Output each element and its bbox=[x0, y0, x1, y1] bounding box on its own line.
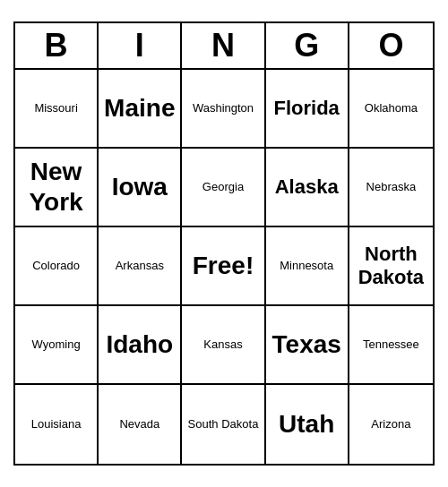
bingo-cell: Colorado bbox=[15, 227, 99, 306]
bingo-cell: Free! bbox=[182, 227, 265, 306]
bingo-cell: Alaska bbox=[266, 149, 349, 227]
bingo-cell: Washington bbox=[182, 70, 265, 149]
bingo-card: BINGO MissouriMaineWashingtonFloridaOkla… bbox=[13, 21, 435, 466]
bingo-cell: Georgia bbox=[182, 149, 265, 227]
bingo-cell: Louisiana bbox=[15, 385, 99, 464]
header-letter: I bbox=[99, 23, 182, 68]
bingo-cell: Minnesota bbox=[266, 227, 349, 306]
bingo-cell: South Dakota bbox=[182, 385, 265, 464]
header-letter: O bbox=[349, 23, 433, 68]
header-letter: B bbox=[15, 23, 99, 68]
bingo-cell: Iowa bbox=[99, 149, 182, 227]
bingo-cell: Nebraska bbox=[349, 149, 433, 227]
bingo-cell: New York bbox=[15, 149, 99, 227]
bingo-cell: Wyoming bbox=[15, 306, 99, 385]
bingo-cell: Oklahoma bbox=[349, 70, 433, 149]
bingo-cell: Idaho bbox=[99, 306, 182, 385]
bingo-cell: Nevada bbox=[99, 385, 182, 464]
bingo-cell: Florida bbox=[266, 70, 349, 149]
bingo-header: BINGO bbox=[15, 23, 433, 70]
header-letter: N bbox=[182, 23, 265, 68]
bingo-cell: Utah bbox=[266, 385, 349, 464]
bingo-cell: Kansas bbox=[182, 306, 265, 385]
bingo-cell: Arkansas bbox=[99, 227, 182, 306]
bingo-cell: Texas bbox=[266, 306, 349, 385]
bingo-cell: Arizona bbox=[349, 385, 433, 464]
bingo-cell: North Dakota bbox=[349, 227, 433, 306]
bingo-cell: Missouri bbox=[15, 70, 99, 149]
bingo-grid: MissouriMaineWashingtonFloridaOklahomaNe… bbox=[15, 70, 433, 464]
bingo-cell: Tennessee bbox=[349, 306, 433, 385]
bingo-cell: Maine bbox=[99, 70, 182, 149]
header-letter: G bbox=[266, 23, 349, 68]
